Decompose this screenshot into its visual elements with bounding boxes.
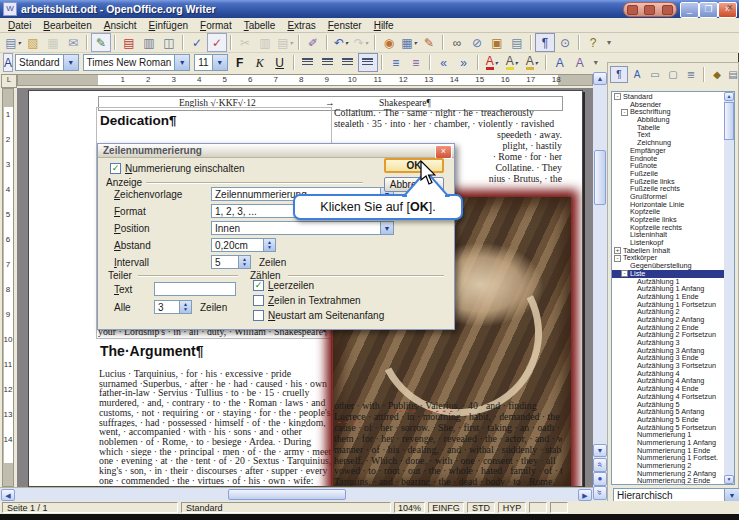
status-page-style[interactable]: Standard bbox=[181, 502, 391, 513]
tab-type-selector[interactable]: L bbox=[1, 74, 17, 88]
fill-format-icon[interactable]: ◆ ▾ bbox=[708, 66, 726, 83]
menu-einfuegen[interactable]: Einfügen bbox=[143, 19, 194, 32]
dialog-close-icon[interactable]: × bbox=[435, 145, 452, 159]
scrollbar-thumb[interactable] bbox=[594, 150, 606, 205]
style-tree-item[interactable]: Nummerierung 2 Ende bbox=[612, 477, 724, 485]
frame-styles-icon[interactable]: ▭ ▾ bbox=[646, 66, 664, 83]
scroll-right-icon[interactable]: ▶ bbox=[578, 489, 592, 501]
horizontal-scrollbar[interactable]: ◀ ▶ bbox=[0, 487, 593, 501]
font-name-combo[interactable]: Times New Roman▼ bbox=[83, 54, 191, 71]
next-page-icon[interactable]: « bbox=[593, 486, 607, 500]
toolbar-options-icon[interactable]: ▾ ▾ bbox=[603, 33, 615, 52]
dropdown-arrow-icon[interactable]: ▾ bbox=[18, 39, 21, 46]
toolbar-options-icon[interactable]: ▾ ▾ bbox=[590, 53, 602, 72]
spellcheck-icon[interactable]: ✓ ▾ bbox=[187, 33, 207, 52]
spinner-icons[interactable]: ▲▼ bbox=[239, 255, 251, 269]
save-icon[interactable]: ▦ ▾ bbox=[43, 33, 63, 52]
align-right-icon[interactable]: ▾ bbox=[338, 53, 358, 72]
menu-tabelle[interactable]: Tabelle bbox=[238, 19, 282, 32]
count-option-checkbox[interactable]: Leerzeilen bbox=[253, 280, 384, 291]
draw-functions-icon[interactable]: ✎ ▾ bbox=[419, 33, 439, 52]
align-center-icon[interactable]: ▾ bbox=[318, 53, 338, 72]
scroll-down-icon[interactable]: ▼ bbox=[593, 444, 607, 457]
menu-fenster[interactable]: Fenster bbox=[322, 19, 368, 32]
redo-icon[interactable]: ↷ ▾ bbox=[351, 33, 371, 52]
recorder-controls[interactable] bbox=[623, 2, 677, 17]
window-titlebar[interactable]: W arbeitsblatt.odt - OpenOffice.org Writ… bbox=[0, 0, 739, 18]
style-tree-item[interactable]: Kopfzeile rechts bbox=[612, 224, 724, 232]
checkbox-icon[interactable] bbox=[253, 310, 264, 321]
underline-icon[interactable]: U ▾ bbox=[270, 53, 290, 72]
recorder-dot-icon[interactable] bbox=[644, 5, 655, 15]
paste-icon[interactable]: ▤ ▾ bbox=[275, 33, 295, 52]
page-styles-icon[interactable]: ▢ ▾ bbox=[664, 66, 682, 83]
print-icon[interactable]: ▥ ▾ bbox=[139, 33, 159, 52]
status-zoom[interactable]: 104% bbox=[394, 502, 425, 513]
dropdown-arrow-icon[interactable]: ▾ bbox=[345, 39, 348, 46]
menu-extras[interactable]: Extras bbox=[281, 19, 321, 32]
status-selection-mode[interactable]: STD bbox=[467, 502, 495, 513]
scroll-left-icon[interactable]: ◀ bbox=[1, 489, 15, 501]
combo-dropdown-icon[interactable]: ▼ bbox=[63, 55, 78, 70]
autospellcheck-icon[interactable]: ✓ ▾ bbox=[207, 33, 227, 52]
style-tree-item[interactable]: Endnote bbox=[612, 155, 724, 163]
italic-icon[interactable]: K ▾ bbox=[250, 53, 270, 72]
format-paintbrush-icon[interactable]: ✐ ▾ bbox=[303, 33, 323, 52]
nonprinting-chars-icon[interactable]: ¶ ▾ bbox=[535, 33, 555, 52]
previous-page-icon[interactable]: « bbox=[593, 458, 607, 472]
style-tree-item[interactable]: Fußnote bbox=[612, 162, 724, 170]
dialog-titlebar[interactable]: Zeilennummerierung bbox=[98, 144, 454, 158]
font-size-combo[interactable]: 11▼ bbox=[194, 54, 227, 71]
interval-spinner[interactable]: 5▲▼ bbox=[211, 255, 251, 269]
scroll-up-icon[interactable]: ▲ bbox=[724, 92, 734, 101]
scroll-down-icon[interactable]: ▼ bbox=[724, 475, 734, 484]
highlighting-icon[interactable]: A ▾ bbox=[502, 53, 522, 72]
position-combo[interactable]: Innen▼ bbox=[211, 221, 394, 235]
recorder-dot-icon[interactable] bbox=[662, 5, 673, 15]
zoom-icon[interactable]: ⊙ ▾ bbox=[555, 33, 575, 52]
spinner-icons[interactable]: ▲▼ bbox=[180, 300, 192, 314]
page-preview-icon[interactable]: ◫ ▾ bbox=[159, 33, 179, 52]
count-option-checkbox[interactable]: Zeilen in Textrahmen bbox=[253, 295, 384, 306]
dropdown-arrow-icon[interactable]: ▾ bbox=[365, 39, 368, 46]
status-hyperlink-mode[interactable]: HYP bbox=[498, 502, 526, 513]
data-sources-icon[interactable]: ▤ ▾ bbox=[507, 33, 527, 52]
combo-dropdown-icon[interactable]: ▼ bbox=[212, 55, 227, 70]
tree-expand-icon[interactable]: - bbox=[614, 93, 621, 100]
spinner-icons[interactable]: ▲▼ bbox=[264, 238, 276, 252]
font-color-icon[interactable]: A ▾ bbox=[482, 53, 502, 72]
checkbox-icon[interactable] bbox=[110, 163, 121, 174]
style-tree-item[interactable]: Fußzeile rechts bbox=[612, 185, 724, 193]
menu-format[interactable]: Format bbox=[194, 19, 238, 32]
recorder-dot-icon[interactable] bbox=[627, 5, 638, 15]
email-icon[interactable]: ✉ ▾ bbox=[63, 33, 83, 52]
character-styles-icon[interactable]: A ▾ bbox=[628, 66, 646, 83]
count-option-checkbox[interactable]: Neustart am Seitenanfang bbox=[253, 310, 384, 321]
scrollbar-thumb[interactable] bbox=[724, 102, 734, 140]
document-close-icon[interactable]: × bbox=[727, 1, 733, 13]
spacing-spinner[interactable]: 0,20cm▲▼ bbox=[211, 238, 276, 252]
tree-expand-icon[interactable]: + bbox=[614, 247, 621, 254]
style-tree-item[interactable]: Tabelle bbox=[612, 124, 724, 132]
find-replace-icon[interactable]: ∞ ▾ bbox=[447, 33, 467, 52]
divider-text-input[interactable] bbox=[154, 282, 236, 296]
new-document-icon[interactable]: ▤ ▾ bbox=[3, 33, 23, 52]
decrease-indent-icon[interactable]: « ▾ bbox=[434, 53, 454, 72]
menu-hilfe[interactable]: Hilfe bbox=[368, 19, 400, 32]
style-filter-combo[interactable]: Hierarchisch▼ bbox=[611, 488, 736, 501]
navigation-icon[interactable]: ● bbox=[593, 472, 607, 486]
style-tree-item[interactable]: Zeichnung bbox=[612, 139, 724, 147]
tree-expand-icon[interactable]: - bbox=[614, 255, 621, 262]
restore-button[interactable]: ❐ bbox=[699, 2, 718, 18]
styles-list-scrollbar[interactable]: ▲ ▼ bbox=[724, 92, 734, 484]
style-tree-item[interactable]: Gegenüberstellung bbox=[612, 262, 724, 270]
cut-icon[interactable]: ✂ ▾ bbox=[235, 33, 255, 52]
navigator-icon[interactable]: ⊘ ▾ bbox=[467, 33, 487, 52]
menu-bearbeiten[interactable]: Bearbeiten bbox=[37, 19, 97, 32]
help-icon[interactable]: ? ▾ bbox=[583, 33, 603, 52]
vertical-scrollbar[interactable]: ▲ ▼ « ● « bbox=[593, 72, 607, 501]
increase-indent-icon[interactable]: » ▾ bbox=[454, 53, 474, 72]
font-effect-icon[interactable]: A ▾ bbox=[550, 53, 570, 72]
tree-expand-icon[interactable]: - bbox=[621, 270, 628, 277]
edit-file-icon[interactable]: ✎ ▾ bbox=[91, 33, 111, 52]
